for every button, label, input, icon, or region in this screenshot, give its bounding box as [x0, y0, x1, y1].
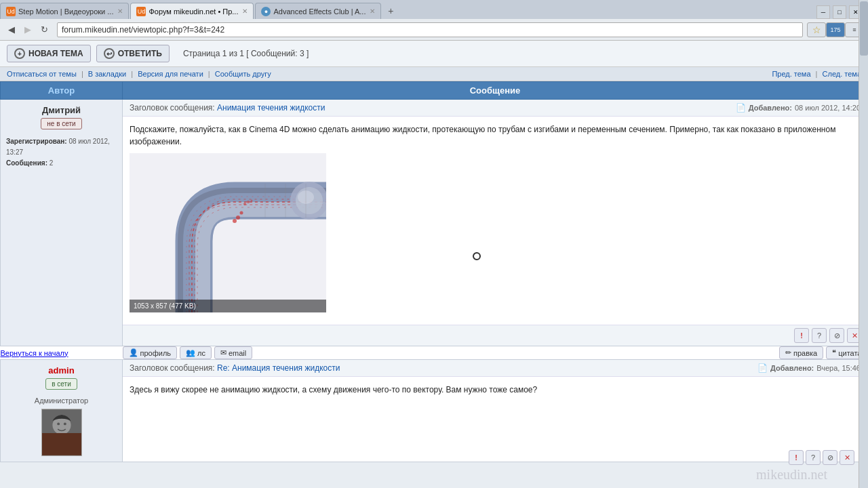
unsubscribe-link[interactable]: Отписаться от темы: [7, 70, 77, 78]
block-icon-1[interactable]: ⊘: [829, 328, 844, 343]
pipe-svg: [130, 153, 326, 312]
tab-label-1: Step Motion | Видеоуроки ...: [18, 7, 113, 16]
tab-close-3[interactable]: ✕: [370, 7, 375, 15]
new-topic-button[interactable]: + НОВАЯ ТЕМА: [7, 45, 91, 62]
svg-point-17: [63, 423, 66, 426]
post-content-cell-1: Заголовок сообщения: Анимация течения жи…: [123, 100, 868, 346]
edit-icon-1: ✏: [785, 348, 791, 357]
post-subject-2: Заголовок сообщения: Re: Анимация течени…: [130, 363, 340, 373]
profile-icon-1: 👤: [129, 348, 138, 357]
tab-close-1[interactable]: ✕: [117, 7, 123, 15]
prev-topic-link[interactable]: Пред. тема: [772, 70, 810, 78]
svg-point-2: [240, 211, 243, 215]
svg-point-4: [233, 219, 237, 223]
page-info: Страница 1 из 1 [ Сообщений: 3 ]: [183, 49, 309, 58]
scrollbar-thumb[interactable]: [860, 1, 868, 56]
tab-favicon-2: Ud: [136, 7, 146, 16]
forum-page: + НОВАЯ ТЕМА ↩ ОТВЕТИТЬ Страница 1 из 1 …: [0, 41, 868, 488]
footer-right-buttons-1: ✏ правка ❝ цитата: [779, 346, 868, 359]
tab-forum[interactable]: Ud Форум mikeudin.net • Пр... ✕: [130, 3, 254, 19]
pipe-image-1: 1053 x 857 (477 KB): [130, 153, 326, 312]
avatar-2: [41, 409, 82, 456]
pm-icon-1: 👥: [186, 348, 195, 357]
post-content-cell-2: Заголовок сообщения: Re: Анимация течени…: [123, 360, 868, 462]
svg-rect-0: [130, 153, 326, 312]
back-to-top-link-1[interactable]: Вернуться к началу: [1, 349, 68, 357]
footer-author-cell-1: Вернуться к началу: [1, 346, 123, 360]
post-text-1: Подскажите, пожалуйста, как в Cinema 4D …: [130, 123, 861, 148]
svg-rect-18: [42, 433, 81, 455]
author-column-header: Автор: [1, 82, 123, 100]
bottom-help-icon[interactable]: ?: [806, 450, 821, 465]
post-doc-icon-1: 📄: [736, 103, 746, 113]
post-actions-bar-1: ! ? ⊘ ✕: [123, 325, 867, 346]
post-doc-icon-2: 📄: [757, 363, 768, 373]
svg-point-5: [247, 201, 250, 203]
help-icon-1[interactable]: ?: [812, 328, 827, 343]
email-button-1[interactable]: ✉ email: [214, 346, 252, 359]
bookmarks-link[interactable]: В закладки: [88, 70, 126, 78]
bottom-close-icon[interactable]: ✕: [840, 450, 854, 465]
post-subject-link-1[interactable]: Анимация течения жидкости: [217, 103, 325, 113]
pm-button-1[interactable]: 👥 лс: [180, 346, 212, 359]
forum-header-row: Автор Сообщение: [1, 82, 868, 100]
forward-button[interactable]: ▶: [20, 22, 35, 37]
post-image-container-1: 1053 x 857 (477 KB): [130, 153, 326, 312]
next-topic-link[interactable]: След. тема: [823, 70, 861, 78]
post-text-2: Здесь я вижу скорее не анимацию жидкости…: [130, 384, 861, 396]
email-icon-1: ✉: [220, 348, 226, 357]
reply-button[interactable]: ↩ ОТВЕТИТЬ: [96, 45, 170, 62]
post-author-name-1: Дмитрий: [6, 105, 117, 115]
profile-button-1[interactable]: 👤 профиль: [123, 346, 178, 359]
post-date-1: 📄 Добавлено: 08 июл 2012, 14:20: [736, 103, 861, 113]
watermark: mikeudin.net: [756, 467, 827, 483]
post-body-1: Подскажите, пожалуйста, как в Cinema 4D …: [123, 117, 867, 325]
ub1-button[interactable]: 175: [826, 22, 845, 37]
footer-row-1: Вернуться к началу 👤 профиль 👥 лс: [1, 346, 868, 360]
tab-step-motion[interactable]: Ud Step Motion | Видеоуроки ... ✕: [0, 3, 129, 19]
scrollbar[interactable]: [859, 0, 868, 488]
share-link[interactable]: Сообщить другу: [215, 70, 271, 78]
post-subject-link-2[interactable]: Re: Анимация течения жидкости: [217, 363, 340, 373]
new-topic-icon: +: [14, 48, 25, 59]
message-column-header: Сообщение: [123, 82, 868, 100]
links-bar: Отписаться от темы | В закладки | Версия…: [0, 67, 868, 81]
bottom-block-icon[interactable]: ⊘: [823, 450, 837, 465]
tab-aec[interactable]: ● Advanced Effects Club | A... ✕: [255, 3, 381, 19]
post-row-1: Дмитрий не в сети Зарегистрирован: 08 ию…: [1, 100, 868, 346]
tab-label-2: Форум mikeudin.net • Пр...: [149, 7, 238, 16]
new-tab-button[interactable]: +: [382, 3, 399, 19]
svg-point-3: [243, 203, 246, 205]
post-date-2: 📄 Добавлено: Вчера, 15:46: [757, 363, 861, 373]
offline-badge-1: не в сети: [41, 118, 81, 129]
image-caption-1: 1053 x 857 (477 KB): [130, 300, 326, 312]
tab-favicon-3: ●: [261, 7, 271, 16]
refresh-button[interactable]: ↻: [37, 22, 52, 37]
address-bar[interactable]: [57, 22, 803, 37]
back-button[interactable]: ◀: [4, 22, 19, 37]
post-author-cell-1: Дмитрий не в сети Зарегистрирован: 08 ию…: [1, 100, 123, 346]
bottom-report-icon[interactable]: !: [789, 450, 804, 465]
author-meta-1: Зарегистрирован: 08 июл 2012, 13:27 Сооб…: [6, 136, 117, 169]
browser-chrome: Ud Step Motion | Видеоуроки ... ✕ Ud Фор…: [0, 0, 868, 41]
navigation-bar: ◀ ▶ ↻ ☆ 175 ≡: [0, 19, 868, 41]
post-header-2: Заголовок сообщения: Re: Анимация течени…: [123, 360, 867, 377]
edit-button-1[interactable]: ✏ правка: [779, 346, 823, 359]
svg-point-6: [251, 200, 253, 202]
author-role-2: Администратор: [6, 396, 117, 405]
post-row-2: admin в сети Администратор: [1, 360, 868, 462]
bottom-action-icons: ! ? ⊘ ✕: [789, 450, 854, 465]
post-header-1: Заголовок сообщения: Анимация течения жи…: [123, 100, 867, 117]
report-icon-1[interactable]: !: [794, 328, 809, 343]
minimize-button[interactable]: ─: [816, 5, 830, 19]
action-bar: + НОВАЯ ТЕМА ↩ ОТВЕТИТЬ Страница 1 из 1 …: [0, 41, 868, 67]
tab-label-3: Advanced Effects Club | A...: [273, 7, 366, 16]
forum-table: Автор Сообщение Дмитрий не в сети Зареги…: [0, 81, 868, 462]
print-link[interactable]: Версия для печати: [138, 70, 203, 78]
svg-point-16: [57, 423, 60, 426]
bookmark-button[interactable]: ☆: [807, 22, 826, 37]
maximize-button[interactable]: □: [833, 5, 846, 19]
tab-close-2[interactable]: ✕: [242, 7, 248, 15]
footer-content-cell-1: 👤 профиль 👥 лс ✉ email: [123, 346, 868, 360]
links-left: Отписаться от темы | В закладки | Версия…: [7, 70, 271, 78]
